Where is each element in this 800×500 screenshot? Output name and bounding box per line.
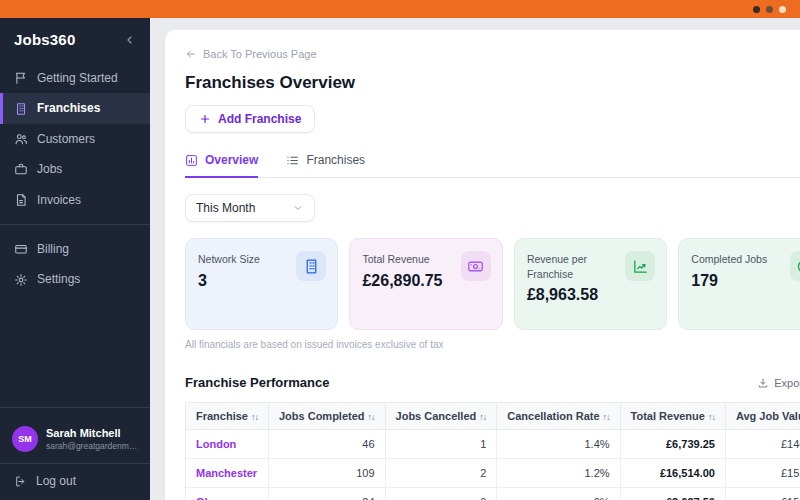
window-dot-2	[766, 6, 773, 13]
period-select[interactable]: This Month	[185, 194, 315, 222]
chevron-down-icon	[292, 202, 304, 214]
plus-icon	[199, 113, 211, 125]
building-icon	[14, 102, 28, 116]
export-csv-label: Export CSV	[774, 377, 800, 389]
total-revenue-cell: £6,739.25	[620, 430, 725, 459]
stat-cards: Network Size 3 Total Revenue £26,890.75 …	[185, 238, 800, 330]
avg-job-value-cell: £151.56	[725, 488, 800, 500]
sidebar-divider	[0, 407, 150, 408]
franchise-performance-table: Franchise↑↓ Jobs Completed↑↓ Jobs Cancel…	[185, 402, 800, 500]
column-header-avg-job-value[interactable]: Avg Job Value↑↓	[725, 403, 800, 430]
sidebar-item-jobs[interactable]: Jobs	[0, 154, 150, 184]
trend-chart-icon	[625, 251, 655, 281]
jobs-completed-cell: 109	[268, 459, 385, 488]
window-dot-3	[779, 6, 786, 13]
window-dot-1	[753, 6, 760, 13]
sidebar-item-settings[interactable]: Settings	[0, 264, 150, 294]
sort-icon: ↑↓	[479, 412, 486, 422]
window-title-bar	[0, 0, 800, 18]
content-panel: Back To Previous Page Franchises Overvie…	[165, 30, 800, 500]
stat-card-revenue-per-franchise: Revenue per Franchise £8,963.58	[514, 238, 667, 330]
sidebar-item-franchises[interactable]: Franchises	[0, 93, 150, 123]
total-revenue-cell: £16,514.00	[620, 459, 725, 488]
check-circle-icon	[790, 251, 800, 281]
building-icon	[296, 251, 326, 281]
sidebar: Jobs360 Getting Started Franchises Custo…	[0, 18, 150, 500]
franchise-link[interactable]: Glasgow	[186, 488, 269, 500]
jobs-cancelled-cell: 2	[385, 459, 497, 488]
total-revenue-cell: £3,637.50	[620, 488, 725, 500]
user-profile[interactable]: SM Sarah Mitchell sarah@greatgardenmain.…	[0, 417, 150, 461]
avg-job-value-cell: £146.51	[725, 430, 800, 459]
cancellation-rate-cell: 1.4%	[497, 430, 620, 459]
jobs-cancelled-cell: 1	[385, 430, 497, 459]
page-title: Franchises Overview	[185, 73, 800, 93]
table-header-row: Franchise↑↓ Jobs Completed↑↓ Jobs Cancel…	[186, 403, 800, 430]
sidebar-item-label: Jobs	[37, 162, 62, 176]
sidebar-item-label: Franchises	[37, 101, 100, 115]
sidebar-item-billing[interactable]: Billing	[0, 234, 150, 264]
tab-overview[interactable]: Overview	[185, 153, 258, 178]
sidebar-item-label: Customers	[37, 132, 95, 146]
stat-card-label: Completed Jobs	[691, 252, 773, 267]
table-row: London 46 1 1.4% £6,739.25 £146.51	[186, 430, 800, 459]
column-header-jobs-cancelled[interactable]: Jobs Cancelled↑↓	[385, 403, 497, 430]
sidebar-item-label: Billing	[37, 242, 69, 256]
financials-note: All financials are based on issued invoi…	[185, 339, 800, 350]
cancellation-rate-cell: 1.2%	[497, 459, 620, 488]
table-row: Manchester 109 2 1.2% £16,514.00 £151.50	[186, 459, 800, 488]
franchise-link[interactable]: Manchester	[186, 459, 269, 488]
stat-card-label: Total Revenue	[362, 252, 444, 267]
main-area: Back To Previous Page Franchises Overvie…	[150, 18, 800, 500]
bar-chart-icon	[185, 154, 198, 167]
stat-card-value: £8,963.58	[527, 286, 654, 304]
sort-icon: ↑↓	[603, 412, 610, 422]
sidebar-item-label: Settings	[37, 272, 80, 286]
sidebar-item-invoices[interactable]: Invoices	[0, 185, 150, 215]
sidebar-collapse-icon[interactable]	[124, 34, 136, 46]
briefcase-icon	[14, 162, 28, 176]
sort-icon: ↑↓	[368, 412, 375, 422]
banknote-icon	[461, 251, 491, 281]
back-link[interactable]: Back To Previous Page	[185, 48, 317, 60]
logout-button[interactable]: Log out	[0, 464, 150, 500]
jobs-completed-cell: 46	[268, 430, 385, 459]
cancellation-rate-cell: 0%	[497, 488, 620, 500]
logout-icon	[14, 475, 27, 488]
add-franchise-button[interactable]: Add Franchise	[185, 105, 315, 133]
user-email: sarah@greatgardenmain...	[46, 441, 142, 451]
user-name: Sarah Mitchell	[46, 427, 142, 439]
list-icon	[286, 154, 299, 167]
arrow-left-icon	[185, 48, 197, 60]
sidebar-item-customers[interactable]: Customers	[0, 124, 150, 154]
flag-icon	[14, 71, 28, 85]
sidebar-divider	[0, 224, 150, 225]
export-csv-button[interactable]: Export CSV	[757, 377, 800, 389]
column-header-total-revenue[interactable]: Total Revenue↑↓	[620, 403, 725, 430]
stat-card-completed-jobs: Completed Jobs 179	[678, 238, 800, 330]
jobs-completed-cell: 24	[268, 488, 385, 500]
sort-icon: ↑↓	[708, 412, 715, 422]
add-franchise-label: Add Franchise	[218, 112, 301, 126]
avatar: SM	[12, 426, 38, 452]
invoice-icon	[14, 193, 28, 207]
column-header-franchise[interactable]: Franchise↑↓	[186, 403, 269, 430]
back-link-label: Back To Previous Page	[203, 48, 317, 60]
sidebar-item-label: Getting Started	[37, 71, 118, 85]
franchise-link[interactable]: London	[186, 430, 269, 459]
period-select-value: This Month	[196, 201, 255, 215]
app-logo: Jobs360	[14, 31, 75, 48]
tab-label: Franchises	[306, 153, 365, 167]
stat-card-label: Revenue per Franchise	[527, 252, 609, 281]
stat-card-total-revenue: Total Revenue £26,890.75	[349, 238, 502, 330]
sidebar-item-label: Invoices	[37, 193, 81, 207]
download-icon	[757, 377, 769, 389]
credit-card-icon	[14, 242, 28, 256]
tab-bar: Overview Franchises	[185, 153, 800, 178]
column-header-cancellation-rate[interactable]: Cancellation Rate↑↓	[497, 403, 620, 430]
tab-label: Overview	[205, 153, 258, 167]
column-header-jobs-completed[interactable]: Jobs Completed↑↓	[268, 403, 385, 430]
sidebar-item-getting-started[interactable]: Getting Started	[0, 63, 150, 93]
section-title-franchise-performance: Franchise Performance	[185, 375, 330, 390]
tab-franchises[interactable]: Franchises	[286, 153, 365, 178]
